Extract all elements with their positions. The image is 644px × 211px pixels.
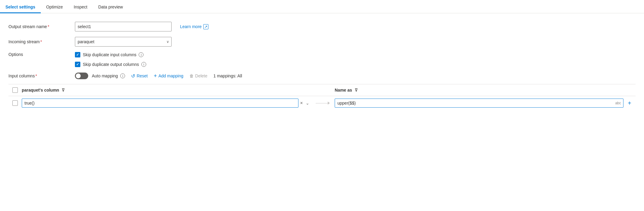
input-columns-label: Input columns* (8, 73, 75, 78)
source-filter-icon[interactable]: ⊽ (62, 88, 65, 93)
tab-bar: Select settings Optimize Inspect Data pr… (0, 0, 644, 13)
auto-mapping-label-row: Auto mapping i (92, 73, 125, 78)
output-stream-name-row: Output stream name* Learn more ↗ (8, 22, 636, 31)
add-mapping-button[interactable]: + Add mapping (154, 73, 183, 79)
auto-mapping-label: Auto mapping (92, 73, 118, 78)
delete-button: 🗑 Delete (189, 73, 207, 78)
output-stream-name-label: Output stream name* (8, 24, 75, 29)
name-as-value-input[interactable] (335, 99, 623, 108)
mappings-count: 1 mappings: All (213, 73, 242, 78)
options-label: Options (8, 52, 75, 57)
source-chevron-icon[interactable]: ⌄ (304, 100, 311, 106)
incoming-stream-row: Incoming stream* paraquet ∨ (8, 37, 636, 47)
incoming-stream-select[interactable]: paraquet (75, 37, 172, 47)
skip-duplicate-output-row: Skip duplicate output columns i (75, 62, 146, 67)
tab-data-preview[interactable]: Data preview (93, 2, 128, 13)
required-marker: * (48, 24, 49, 29)
skip-duplicate-input-label: Skip duplicate input columns (83, 52, 136, 57)
arrow-connector (311, 102, 335, 105)
plus-icon: + (154, 73, 157, 79)
table-header-row: paraquet's column ⊽ Name as ⊽ (8, 84, 636, 96)
skip-duplicate-input-info-icon[interactable]: i (139, 52, 143, 57)
row-checkbox[interactable] (12, 100, 18, 106)
toolbar-actions: Auto mapping i ↺ Reset + Add mapping 🗑 D… (92, 73, 242, 79)
source-input-wrapper: ✕ ⌄ (22, 99, 311, 108)
tab-select-settings[interactable]: Select settings (0, 2, 41, 13)
mappings-table: paraquet's column ⊽ Name as ⊽ ✕ ⌄ (8, 84, 636, 110)
header-checkbox-col (8, 87, 22, 93)
tab-optimize[interactable]: Optimize (41, 2, 68, 13)
skip-duplicate-output-checkbox[interactable] (75, 62, 80, 67)
skip-duplicate-input-row: Skip duplicate input columns i (75, 52, 146, 57)
auto-mapping-toggle[interactable] (75, 73, 88, 79)
output-stream-name-input[interactable] (75, 22, 172, 31)
row-checkbox-col (8, 100, 22, 106)
options-section: Skip duplicate input columns i Skip dupl… (75, 52, 146, 67)
name-as-filter-icon[interactable]: ⊽ (355, 88, 358, 93)
input-columns-row: Input columns* Auto mapping i ↺ Reset + … (8, 73, 636, 79)
arrow-head (328, 102, 330, 105)
skip-duplicate-output-label: Skip duplicate output columns (83, 62, 139, 67)
incoming-stream-select-wrapper: paraquet ∨ (75, 37, 172, 47)
source-value-input[interactable] (22, 99, 298, 108)
learn-more-link[interactable]: Learn more ↗ (180, 24, 208, 29)
skip-duplicate-output-info-icon[interactable]: i (141, 62, 146, 67)
skip-duplicate-input-checkbox[interactable] (75, 52, 80, 57)
name-as-input-wrapper: abc (335, 99, 623, 108)
source-clear-btn[interactable]: ✕ (298, 100, 304, 106)
reset-button[interactable]: ↺ Reset (131, 73, 148, 79)
add-row-button[interactable]: + (625, 99, 634, 107)
incoming-stream-label: Incoming stream* (8, 39, 75, 44)
name-as-suffix: abc (615, 101, 621, 105)
delete-icon: 🗑 (189, 73, 194, 78)
source-column-header: paraquet's column ⊽ (22, 88, 311, 93)
select-all-checkbox[interactable] (12, 87, 18, 93)
required-marker-3: * (35, 73, 37, 78)
table-row: ✕ ⌄ abc + (8, 96, 636, 110)
auto-mapping-info-icon[interactable]: i (120, 73, 125, 78)
required-marker-2: * (40, 39, 42, 44)
options-row: Options Skip duplicate input columns i S… (8, 52, 636, 67)
main-content: Output stream name* Learn more ↗ Incomin… (0, 13, 644, 116)
arrow-line (316, 103, 328, 103)
reset-icon: ↺ (131, 73, 135, 79)
tab-inspect[interactable]: Inspect (68, 2, 93, 13)
name-as-header: Name as ⊽ (335, 88, 623, 93)
external-link-icon: ↗ (203, 24, 208, 29)
